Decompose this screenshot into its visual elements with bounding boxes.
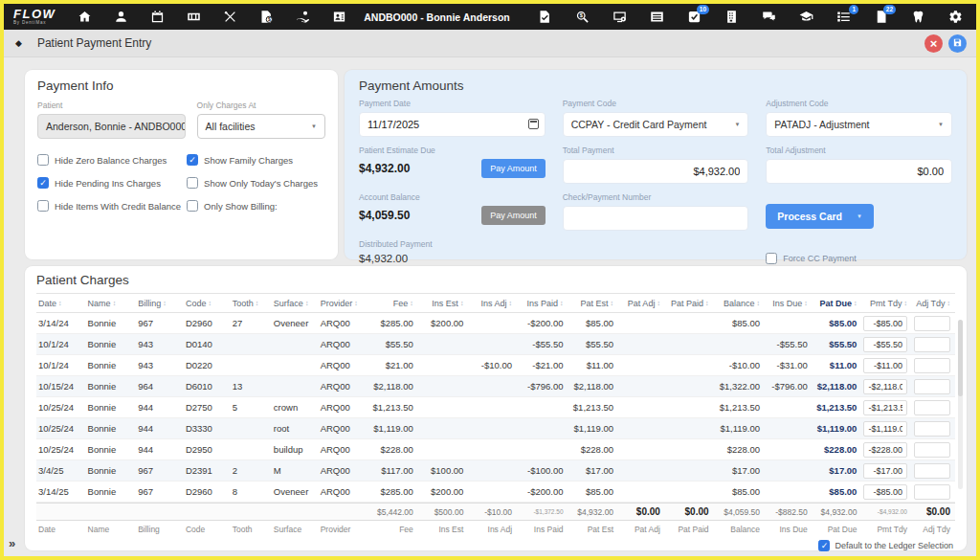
checkbox-box[interactable] — [37, 200, 49, 212]
pmt-tdy-input[interactable] — [863, 379, 907, 394]
checkbox-hide-zero-balance-charges[interactable]: Hide Zero Balance Charges — [37, 154, 183, 166]
pmt-tdy-input[interactable] — [863, 421, 907, 437]
adj-tdy-input[interactable] — [914, 463, 950, 479]
adj-tdy-input[interactable] — [914, 400, 950, 415]
col-header-balance[interactable]: Balance↕ — [714, 299, 765, 308]
close-button[interactable]: × — [924, 34, 943, 53]
col-header-pat-paid[interactable]: Pat Paid↕ — [665, 299, 714, 308]
tooth-icon[interactable] — [910, 10, 925, 25]
document-check-icon[interactable] — [537, 10, 552, 25]
col-header-pat-est[interactable]: Pat Est↕ — [568, 299, 619, 308]
col-header-ins-adj[interactable]: Ins Adj↕ — [468, 299, 517, 308]
pmt-tdy-input[interactable] — [863, 484, 907, 500]
col-header-surface[interactable]: Surface↕ — [272, 299, 319, 308]
total-adjustment-input[interactable] — [766, 159, 952, 184]
calendar-icon[interactable] — [528, 119, 539, 129]
pmt-tdy-input[interactable] — [863, 400, 907, 415]
charge-row[interactable]: 10/1/24Bonnie943D0220ARQ00$21.00-$10.00-… — [36, 355, 955, 376]
checkbox-box[interactable] — [187, 154, 198, 166]
col-header-billing[interactable]: Billing↕ — [136, 299, 184, 308]
col-header-name[interactable]: Name↕ — [86, 299, 137, 308]
charge-row[interactable]: 10/15/24Bonnie964D601013ARQ00$2,118.00-$… — [36, 376, 955, 397]
col-header-ins-est[interactable]: Ins Est↕ — [418, 299, 469, 308]
col-header-code[interactable]: Code↕ — [184, 299, 231, 308]
pmt-tdy-input[interactable] — [863, 337, 907, 352]
checkbox-box[interactable] — [766, 253, 777, 264]
clinical-tools-icon[interactable] — [222, 10, 237, 25]
expand-panel-button[interactable]: » — [9, 536, 15, 550]
flow-logo[interactable]: FLOW By DentiMax — [13, 8, 56, 26]
checklist-icon[interactable]: 1 — [835, 10, 851, 25]
col-header-pat-adj[interactable]: Pat Adj↕ — [618, 299, 665, 308]
checkbox-force-cc-payment[interactable]: Force CC Payment — [766, 253, 952, 264]
payment-date-input[interactable] — [359, 112, 546, 137]
charge-row[interactable]: 3/4/25Bonnie967D23912MARQ00$117.00$100.0… — [36, 460, 955, 482]
col-header-adj-tdy[interactable]: Adj Tdy↕ — [912, 299, 955, 308]
checkbox-box[interactable] — [37, 177, 49, 189]
adj-tdy-input[interactable] — [914, 421, 950, 437]
pmt-tdy-input[interactable] — [863, 316, 907, 331]
process-card-button[interactable]: Process Card ▼ — [766, 204, 874, 229]
adj-tdy-input[interactable] — [914, 358, 950, 373]
charge-row[interactable]: 3/14/25Bonnie967D29608OveneerARQ00$285.0… — [36, 482, 955, 503]
adj-tdy-input[interactable] — [914, 484, 950, 500]
imaging-icon[interactable] — [612, 10, 627, 25]
col-header-ins-paid[interactable]: Ins Paid↕ — [517, 299, 568, 308]
checkbox-hide-pending-ins-charges[interactable]: Hide Pending Ins Charges — [37, 177, 183, 189]
charge-row[interactable]: 10/25/24Bonnie944D2950buildupARQ00$228.0… — [36, 439, 955, 460]
check-number-input[interactable] — [563, 206, 749, 231]
col-header-provider[interactable]: Provider↕ — [319, 299, 368, 308]
documents-icon[interactable]: 22 — [873, 10, 888, 25]
pmt-tdy-input[interactable] — [863, 442, 907, 458]
checkbox-show-family-charges[interactable]: Show Family Charges — [187, 154, 325, 166]
charge-row[interactable]: 3/14/24Bonnie967D296027OveneerARQ00$285.… — [36, 313, 955, 334]
settings-icon[interactable] — [947, 10, 963, 25]
checkbox-show-only-today-s-charges[interactable]: Show Only Today's Charges — [187, 177, 325, 189]
facility-select[interactable]: All facilities ▼ — [197, 114, 325, 139]
col-header-pat-due[interactable]: Pat Due↕ — [813, 299, 862, 308]
total-payment-input[interactable] — [563, 159, 749, 184]
home-icon[interactable] — [77, 10, 92, 25]
payment-code-select[interactable]: CCPAY - Credit Card Payment ▼ — [563, 112, 749, 137]
ledger-default-checkbox[interactable] — [818, 540, 830, 551]
adj-tdy-input[interactable] — [914, 379, 950, 394]
adj-tdy-input[interactable] — [914, 442, 950, 458]
payment-hand-icon[interactable] — [295, 10, 310, 25]
col-header-pmt-tdy[interactable]: Pmt Tdy↕ — [861, 299, 912, 308]
adjustment-code-select[interactable]: PATADJ - Adjustment ▼ — [766, 112, 952, 137]
col-header-date[interactable]: Date↕ — [36, 299, 86, 308]
education-icon[interactable] — [798, 10, 813, 25]
checkbox-only-show-billing[interactable]: Only Show Billing: — [187, 200, 325, 212]
save-button[interactable] — [948, 34, 967, 53]
pay-estimate-button[interactable]: Pay Amount — [481, 159, 546, 178]
adj-tdy-input[interactable] — [914, 337, 950, 352]
list-icon[interactable] — [649, 10, 664, 25]
pay-balance-button[interactable]: Pay Amount — [481, 206, 546, 225]
patient-select[interactable]: Anderson, Bonnie - ANDBO000 ▼ — [37, 114, 186, 139]
pmt-tdy-input[interactable] — [863, 358, 907, 373]
checkbox-box[interactable] — [187, 200, 198, 212]
charge-row[interactable]: 10/25/24Bonnie944D3330rootARQ00$1,119.00… — [36, 418, 955, 439]
tasks-icon[interactable]: 10 — [686, 10, 702, 25]
search-dollar-icon[interactable]: $ — [574, 10, 590, 25]
messages-icon[interactable] — [761, 10, 776, 25]
checkbox-hide-items-with-credit-balance[interactable]: Hide Items With Credit Balance — [37, 200, 183, 212]
charge-row[interactable]: 10/1/24Bonnie943D0140ARQ00$55.50-$55.50$… — [36, 334, 955, 355]
col-header-tooth[interactable]: Tooth↕ — [231, 299, 272, 308]
col-header-ins-due[interactable]: Ins Due↕ — [765, 299, 813, 308]
checkbox-box[interactable] — [37, 154, 49, 166]
adj-tdy-input[interactable] — [914, 316, 950, 331]
total-payment-label: Total Payment — [563, 146, 749, 155]
dentures-icon[interactable] — [186, 10, 201, 25]
contact-card-icon[interactable] — [331, 10, 346, 25]
pmt-tdy-input[interactable] — [863, 463, 907, 479]
table-scrollbar-thumb[interactable] — [958, 320, 963, 396]
checkbox-box[interactable] — [187, 177, 198, 189]
patient-icon[interactable] — [113, 10, 128, 25]
office-icon[interactable] — [724, 10, 739, 25]
col-header-fee[interactable]: Fee↕ — [368, 299, 418, 308]
billing-report-icon[interactable]: $ — [258, 10, 274, 25]
table-scrollbar[interactable] — [958, 320, 963, 489]
schedule-icon[interactable] — [149, 10, 165, 25]
charge-row[interactable]: 10/25/24Bonnie944D27505crownARQ00$1,213.… — [36, 397, 955, 418]
